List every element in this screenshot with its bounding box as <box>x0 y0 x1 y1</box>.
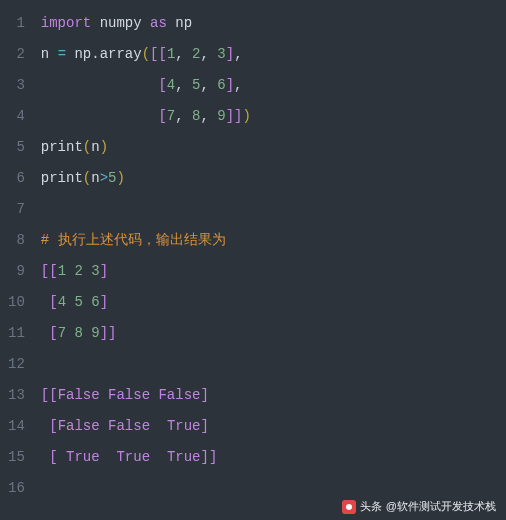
code-line <box>41 194 506 225</box>
token-num: 9 <box>91 325 99 341</box>
token-bool: True <box>167 449 201 465</box>
token-num: 6 <box>91 294 99 310</box>
token-plain: , <box>175 46 192 62</box>
line-number: 5 <box>8 132 29 163</box>
code-line: print(n>5) <box>41 163 506 194</box>
token-num: 3 <box>91 263 99 279</box>
token-plain: , <box>200 77 217 93</box>
token-plain <box>83 263 91 279</box>
code-line: [[1 2 3] <box>41 256 506 287</box>
token-paren: ( <box>142 46 150 62</box>
token-brk: [[ <box>41 263 58 279</box>
token-num: 1 <box>58 263 66 279</box>
token-plain <box>58 449 66 465</box>
line-number: 16 <box>8 473 29 504</box>
token-ident: n <box>91 170 99 186</box>
code-line: [4, 5, 6], <box>41 70 506 101</box>
line-number: 11 <box>8 318 29 349</box>
line-number: 3 <box>8 70 29 101</box>
token-plain: , <box>234 77 242 93</box>
code-line: [False False True] <box>41 411 506 442</box>
token-brk: ] <box>100 263 108 279</box>
line-number: 1 <box>8 8 29 39</box>
token-ident: array <box>100 46 142 62</box>
code-line: [4 5 6] <box>41 287 506 318</box>
token-ident: print <box>41 139 83 155</box>
token-bool: True <box>66 449 100 465</box>
token-paren: ( <box>83 170 91 186</box>
code-line: [ True True True]] <box>41 442 506 473</box>
line-number: 8 <box>8 225 29 256</box>
token-plain <box>100 418 108 434</box>
code-line <box>41 349 506 380</box>
token-bool: False <box>158 387 200 403</box>
token-brk: ]] <box>226 108 243 124</box>
token-comment: # 执行上述代码，输出结果为 <box>41 232 226 248</box>
line-number: 13 <box>8 380 29 411</box>
token-ident: np <box>175 15 192 31</box>
code-content: import numpy as npn = np.array([[1, 2, 3… <box>41 0 506 520</box>
line-number: 15 <box>8 442 29 473</box>
token-ident: numpy <box>100 15 142 31</box>
code-line: [[False False False] <box>41 380 506 411</box>
token-plain <box>91 15 99 31</box>
token-num: 9 <box>217 108 225 124</box>
token-brk: [ <box>49 418 57 434</box>
token-brk: [ <box>158 108 166 124</box>
token-kw: import <box>41 15 91 31</box>
token-brk: ]] <box>200 449 217 465</box>
token-plain: , <box>200 108 217 124</box>
token-plain <box>142 15 150 31</box>
token-num: 7 <box>58 325 66 341</box>
line-number: 9 <box>8 256 29 287</box>
token-num: 5 <box>74 294 82 310</box>
token-bool: True <box>116 449 150 465</box>
line-number-gutter: 12345678910111213141516 <box>0 0 41 520</box>
token-brk: ] <box>100 294 108 310</box>
token-bool: False <box>108 418 150 434</box>
token-brk: ]] <box>100 325 117 341</box>
token-ident: np <box>74 46 91 62</box>
code-line: [7, 8, 9]]) <box>41 101 506 132</box>
token-num: 2 <box>192 46 200 62</box>
token-brk: [ <box>49 325 57 341</box>
token-num: 3 <box>217 46 225 62</box>
token-plain: , <box>175 108 192 124</box>
line-number: 12 <box>8 349 29 380</box>
token-plain <box>100 387 108 403</box>
code-line: import numpy as np <box>41 8 506 39</box>
token-brk: [ <box>49 449 57 465</box>
line-number: 4 <box>8 101 29 132</box>
token-brk: ] <box>200 418 208 434</box>
watermark-prefix: 头条 <box>360 499 382 514</box>
line-number: 6 <box>8 163 29 194</box>
code-line: # 执行上述代码，输出结果为 <box>41 225 506 256</box>
token-plain <box>83 294 91 310</box>
token-plain: . <box>91 46 99 62</box>
token-plain <box>41 77 159 93</box>
token-paren: ( <box>83 139 91 155</box>
token-op: > <box>100 170 108 186</box>
code-line: print(n) <box>41 132 506 163</box>
token-brk: ] <box>226 46 234 62</box>
token-plain <box>41 108 159 124</box>
watermark: 头条 @软件测试开发技术栈 <box>342 499 496 514</box>
token-op: = <box>58 46 66 62</box>
token-plain: , <box>234 46 242 62</box>
token-plain <box>150 418 167 434</box>
token-brk: [ <box>49 294 57 310</box>
token-bool: False <box>108 387 150 403</box>
line-number: 2 <box>8 39 29 70</box>
token-num: 7 <box>167 108 175 124</box>
token-plain <box>41 325 49 341</box>
token-ident: n <box>91 139 99 155</box>
token-bool: False <box>58 387 100 403</box>
code-line: [7 8 9]] <box>41 318 506 349</box>
token-paren: ) <box>243 108 251 124</box>
token-plain <box>41 418 49 434</box>
token-plain <box>41 449 49 465</box>
token-num: 8 <box>74 325 82 341</box>
watermark-handle: @软件测试开发技术栈 <box>386 499 496 514</box>
token-ident: n <box>41 46 49 62</box>
line-number: 10 <box>8 287 29 318</box>
